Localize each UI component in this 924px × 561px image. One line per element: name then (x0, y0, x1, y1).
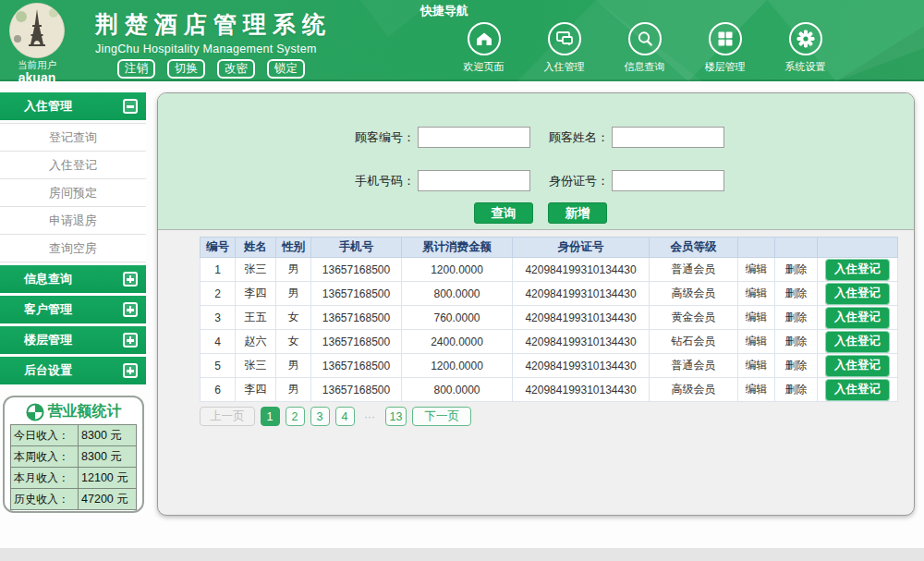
grid-icon (709, 22, 742, 55)
cell-no: 2 (201, 282, 236, 306)
sidebar-subitem-1-5[interactable]: 查询空房 (0, 235, 146, 262)
checkin-cell: 入住登记 (818, 330, 898, 354)
query-button[interactable]: 查询 (474, 202, 533, 224)
table-row: 1张三男136571685001200.00004209841993101344… (201, 258, 898, 282)
header-action-3[interactable]: 改密 (217, 59, 255, 79)
cell-gender: 男 (276, 258, 311, 282)
field-id-number: 身份证号： (535, 170, 724, 191)
cell-amount: 1200.0000 (402, 354, 513, 378)
nav-item-3[interactable]: 信息查询 (604, 22, 685, 74)
nav-item-2[interactable]: 入住管理 (524, 22, 604, 74)
delete-link[interactable]: 删除 (775, 330, 818, 354)
cell-level: 黄金会员 (650, 306, 738, 330)
edit-link[interactable]: 编辑 (738, 330, 775, 354)
sidebar-section-3[interactable]: 客户管理 (0, 296, 146, 323)
delete-link[interactable]: 删除 (775, 306, 818, 330)
nav-item-5[interactable]: 系统设置 (765, 22, 845, 74)
sidebar-subitem-1-1[interactable]: 登记查询 (0, 124, 146, 152)
quick-nav-items: 欢迎页面入住管理信息查询楼层管理系统设置 (444, 22, 845, 74)
col-header-9 (775, 238, 818, 258)
prev-page-button[interactable]: 上一页 (200, 407, 255, 426)
customer-table-header-row: 编号姓名性别手机号累计消费金额身份证号会员等级 (201, 238, 898, 258)
checkin-button[interactable]: 入住登记 (825, 259, 890, 281)
col-header-8 (738, 238, 775, 258)
collapse-icon[interactable] (123, 99, 138, 114)
cell-no: 4 (201, 330, 236, 354)
edit-link[interactable]: 编辑 (738, 354, 775, 378)
col-header-7: 会员等级 (650, 238, 738, 258)
nav-item-1[interactable]: 欢迎页面 (444, 22, 524, 74)
quick-nav-label: 快捷导航 (420, 3, 468, 19)
page-button-1[interactable]: 1 (261, 407, 280, 426)
nav-item-4[interactable]: 楼层管理 (685, 22, 765, 74)
page-button-3[interactable]: 3 (310, 407, 330, 426)
stats-row-3: 本月收入：12100 元 (11, 468, 137, 489)
sidebar-subitems: 登记查询入住登记房间预定申请退房查询空房 (0, 123, 146, 262)
sidebar-subitem-1-3[interactable]: 房间预定 (0, 179, 146, 207)
checkin-cell: 入住登记 (818, 282, 898, 306)
customer-name-input[interactable] (612, 127, 724, 148)
sidebar-subitem-1-2[interactable]: 入住登记 (0, 152, 146, 179)
cell-id-number: 420984199310134430 (513, 258, 650, 282)
customer-no-input[interactable] (418, 127, 530, 148)
col-header-6: 身份证号 (513, 238, 650, 258)
cell-level: 普通会员 (650, 354, 738, 378)
stats-label: 历史收入： (11, 489, 79, 510)
header-action-2[interactable]: 切换 (167, 59, 205, 79)
header-action-4[interactable]: 锁定 (267, 59, 305, 79)
page-button-13[interactable]: 13 (385, 407, 407, 426)
checkin-button[interactable]: 入住登记 (825, 283, 890, 305)
cell-phone: 13657168500 (311, 378, 402, 402)
cell-phone: 13657168500 (311, 282, 402, 306)
checkin-button[interactable]: 入住登记 (825, 307, 890, 329)
sidebar-section-2[interactable]: 信息查询 (0, 265, 146, 293)
checkin-button[interactable]: 入住登记 (825, 331, 890, 353)
next-page-button[interactable]: 下一页 (412, 407, 471, 426)
add-button[interactable]: 新增 (548, 202, 607, 224)
checkin-button[interactable]: 入住登记 (825, 379, 890, 401)
cell-id-number: 420984199310134430 (513, 354, 650, 378)
cell-phone: 13657168500 (311, 258, 402, 282)
checkin-button[interactable]: 入住登记 (825, 355, 890, 377)
nav-item-label: 入住管理 (524, 60, 604, 74)
sidebar-menu: 入住管理登记查询入住登记房间预定申请退房查询空房信息查询客户管理楼层管理后台设置 (0, 92, 146, 387)
cell-id-number: 420984199310134430 (513, 330, 650, 354)
cell-id-number: 420984199310134430 (513, 282, 650, 306)
expand-icon[interactable] (123, 363, 138, 378)
nav-item-label: 信息查询 (604, 60, 685, 74)
expand-icon[interactable] (123, 333, 138, 348)
page-button-2[interactable]: 2 (286, 407, 305, 426)
header-action-1[interactable]: 注销 (117, 59, 155, 79)
edit-link[interactable]: 编辑 (738, 306, 775, 330)
stats-value: 47200 元 (79, 489, 137, 510)
customer-table-body: 1张三男136571685001200.00004209841993101344… (201, 258, 898, 402)
expand-icon[interactable] (123, 302, 138, 317)
main-content-panel: 顾客编号： 顾客姓名： 手机号码： 身份证号： 查询 新增 (157, 92, 915, 516)
eiffel-tower-logo[interactable] (9, 3, 65, 58)
revenue-stats-title: 营业额统计 (10, 402, 137, 421)
delete-link[interactable]: 删除 (775, 282, 818, 306)
phone-input[interactable] (418, 170, 530, 191)
expand-icon[interactable] (123, 272, 138, 287)
customer-table: 编号姓名性别手机号累计消费金额身份证号会员等级 1张三男136571685001… (200, 237, 898, 402)
cell-no: 3 (201, 306, 236, 330)
username: akuan (7, 72, 67, 84)
table-row: 5张三男136571685001200.00004209841993101344… (201, 354, 898, 378)
checkin-cell: 入住登记 (818, 258, 898, 282)
sidebar-subitem-1-4[interactable]: 申请退房 (0, 207, 146, 235)
stats-label: 本月收入： (11, 468, 79, 489)
sidebar-section-4[interactable]: 楼层管理 (0, 326, 146, 354)
sidebar-section-5[interactable]: 后台设置 (0, 357, 146, 384)
stats-value: 12100 元 (79, 468, 137, 489)
sidebar-section-1[interactable]: 入住管理 (0, 92, 146, 120)
edit-link[interactable]: 编辑 (738, 378, 775, 402)
edit-link[interactable]: 编辑 (738, 258, 775, 282)
page-button-4[interactable]: 4 (335, 407, 355, 426)
gear-icon (789, 22, 822, 55)
delete-link[interactable]: 删除 (775, 258, 818, 282)
delete-link[interactable]: 删除 (775, 354, 818, 378)
edit-link[interactable]: 编辑 (738, 282, 775, 306)
id-number-input[interactable] (612, 170, 724, 191)
phone-label: 手机号码： (341, 173, 415, 189)
delete-link[interactable]: 删除 (775, 378, 818, 402)
